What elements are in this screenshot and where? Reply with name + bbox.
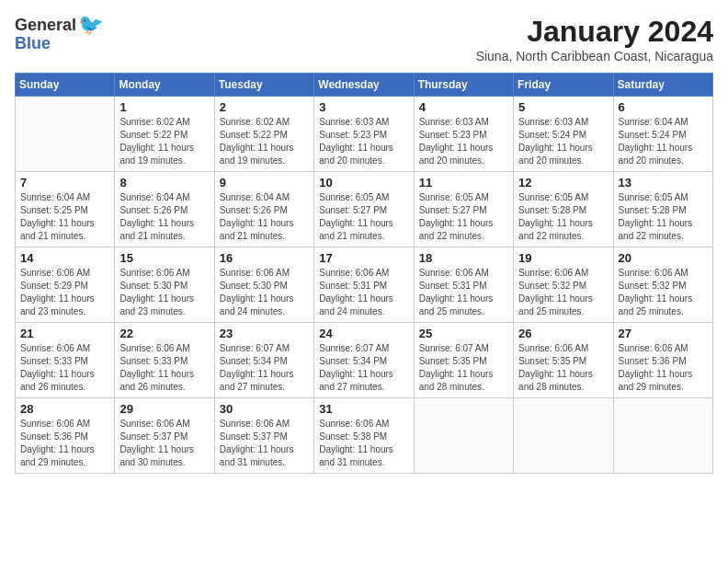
day-info: Sunrise: 6:02 AM Sunset: 5:22 PM Dayligh… bbox=[220, 116, 309, 167]
calendar-cell: 10Sunrise: 6:05 AM Sunset: 5:27 PM Dayli… bbox=[314, 172, 414, 247]
calendar-cell bbox=[514, 398, 613, 474]
day-number: 11 bbox=[419, 176, 508, 190]
day-number: 26 bbox=[518, 327, 608, 340]
day-number: 24 bbox=[319, 327, 408, 340]
day-number: 31 bbox=[319, 402, 408, 416]
day-info: Sunrise: 6:06 AM Sunset: 5:29 PM Dayligh… bbox=[20, 267, 109, 318]
calendar-cell: 17Sunrise: 6:06 AM Sunset: 5:31 PM Dayli… bbox=[314, 247, 414, 323]
day-info: Sunrise: 6:04 AM Sunset: 5:25 PM Dayligh… bbox=[20, 191, 109, 243]
calendar-title: January 2024 bbox=[476, 15, 713, 49]
day-number: 9 bbox=[220, 176, 309, 190]
weekday-header-friday: Friday bbox=[514, 74, 613, 97]
calendar-cell: 8Sunrise: 6:04 AM Sunset: 5:26 PM Daylig… bbox=[115, 172, 214, 247]
day-info: Sunrise: 6:04 AM Sunset: 5:24 PM Dayligh… bbox=[619, 116, 708, 167]
calendar-cell bbox=[16, 97, 115, 172]
day-number: 25 bbox=[419, 327, 508, 340]
day-info: Sunrise: 6:02 AM Sunset: 5:22 PM Dayligh… bbox=[119, 116, 209, 167]
logo-general-text: General bbox=[15, 17, 76, 33]
day-info: Sunrise: 6:06 AM Sunset: 5:35 PM Dayligh… bbox=[518, 342, 608, 394]
day-info: Sunrise: 6:05 AM Sunset: 5:28 PM Dayligh… bbox=[619, 191, 708, 243]
day-info: Sunrise: 6:06 AM Sunset: 5:36 PM Dayligh… bbox=[20, 418, 109, 469]
day-number: 28 bbox=[20, 402, 109, 416]
weekday-header-sunday: Sunday bbox=[16, 74, 115, 97]
calendar-cell: 16Sunrise: 6:06 AM Sunset: 5:30 PM Dayli… bbox=[214, 247, 313, 323]
weekday-header-thursday: Thursday bbox=[414, 74, 513, 97]
calendar-week-row: 14Sunrise: 6:06 AM Sunset: 5:29 PM Dayli… bbox=[16, 247, 713, 323]
calendar-cell: 29Sunrise: 6:06 AM Sunset: 5:37 PM Dayli… bbox=[115, 398, 214, 474]
calendar-week-row: 7Sunrise: 6:04 AM Sunset: 5:25 PM Daylig… bbox=[16, 172, 713, 247]
calendar-week-row: 1Sunrise: 6:02 AM Sunset: 5:22 PM Daylig… bbox=[16, 97, 713, 172]
day-info: Sunrise: 6:06 AM Sunset: 5:31 PM Dayligh… bbox=[419, 267, 508, 318]
calendar-location: Siuna, North Caribbean Coast, Nicaragua bbox=[476, 49, 713, 63]
calendar-cell: 2Sunrise: 6:02 AM Sunset: 5:22 PM Daylig… bbox=[214, 97, 313, 172]
day-info: Sunrise: 6:03 AM Sunset: 5:24 PM Dayligh… bbox=[518, 116, 608, 167]
day-info: Sunrise: 6:03 AM Sunset: 5:23 PM Dayligh… bbox=[419, 116, 508, 167]
calendar-cell: 4Sunrise: 6:03 AM Sunset: 5:23 PM Daylig… bbox=[414, 97, 513, 172]
calendar-week-row: 21Sunrise: 6:06 AM Sunset: 5:33 PM Dayli… bbox=[16, 323, 713, 398]
logo: General 🐦 Blue bbox=[15, 15, 103, 52]
day-number: 20 bbox=[619, 251, 708, 265]
calendar-cell: 24Sunrise: 6:07 AM Sunset: 5:34 PM Dayli… bbox=[314, 323, 414, 398]
weekday-header-row: SundayMondayTuesdayWednesdayThursdayFrid… bbox=[16, 74, 713, 97]
day-info: Sunrise: 6:04 AM Sunset: 5:26 PM Dayligh… bbox=[220, 191, 309, 243]
weekday-header-tuesday: Tuesday bbox=[214, 74, 313, 97]
calendar-cell: 28Sunrise: 6:06 AM Sunset: 5:36 PM Dayli… bbox=[16, 398, 115, 474]
calendar-table: SundayMondayTuesdayWednesdayThursdayFrid… bbox=[15, 73, 713, 474]
day-info: Sunrise: 6:03 AM Sunset: 5:23 PM Dayligh… bbox=[319, 116, 408, 167]
day-info: Sunrise: 6:05 AM Sunset: 5:27 PM Dayligh… bbox=[319, 191, 408, 243]
day-info: Sunrise: 6:05 AM Sunset: 5:28 PM Dayligh… bbox=[518, 191, 608, 243]
day-info: Sunrise: 6:06 AM Sunset: 5:37 PM Dayligh… bbox=[119, 418, 209, 469]
calendar-cell: 9Sunrise: 6:04 AM Sunset: 5:26 PM Daylig… bbox=[214, 172, 313, 247]
day-info: Sunrise: 6:05 AM Sunset: 5:27 PM Dayligh… bbox=[419, 191, 508, 243]
day-info: Sunrise: 6:07 AM Sunset: 5:34 PM Dayligh… bbox=[319, 342, 408, 394]
calendar-cell: 21Sunrise: 6:06 AM Sunset: 5:33 PM Dayli… bbox=[16, 323, 115, 398]
calendar-cell: 6Sunrise: 6:04 AM Sunset: 5:24 PM Daylig… bbox=[613, 97, 712, 172]
day-number: 1 bbox=[119, 100, 209, 114]
calendar-cell: 22Sunrise: 6:06 AM Sunset: 5:33 PM Dayli… bbox=[115, 323, 214, 398]
day-number: 6 bbox=[619, 100, 708, 114]
day-info: Sunrise: 6:06 AM Sunset: 5:38 PM Dayligh… bbox=[319, 418, 408, 469]
day-number: 19 bbox=[518, 251, 608, 265]
day-info: Sunrise: 6:06 AM Sunset: 5:32 PM Dayligh… bbox=[619, 267, 708, 318]
calendar-cell: 31Sunrise: 6:06 AM Sunset: 5:38 PM Dayli… bbox=[314, 398, 414, 474]
calendar-cell bbox=[414, 398, 513, 474]
day-number: 7 bbox=[20, 176, 109, 190]
calendar-cell: 25Sunrise: 6:07 AM Sunset: 5:35 PM Dayli… bbox=[414, 323, 513, 398]
day-info: Sunrise: 6:07 AM Sunset: 5:35 PM Dayligh… bbox=[419, 342, 508, 394]
day-number: 17 bbox=[319, 251, 408, 265]
logo-blue-text: Blue bbox=[15, 34, 51, 52]
day-info: Sunrise: 6:06 AM Sunset: 5:36 PM Dayligh… bbox=[619, 342, 708, 394]
day-number: 27 bbox=[619, 327, 708, 340]
calendar-cell: 20Sunrise: 6:06 AM Sunset: 5:32 PM Dayli… bbox=[613, 247, 712, 323]
calendar-cell: 7Sunrise: 6:04 AM Sunset: 5:25 PM Daylig… bbox=[16, 172, 115, 247]
day-number: 18 bbox=[419, 251, 508, 265]
day-number: 12 bbox=[518, 176, 608, 190]
day-number: 21 bbox=[20, 327, 109, 340]
logo-bird-icon: 🐦 bbox=[78, 15, 103, 35]
day-number: 2 bbox=[220, 100, 309, 114]
title-block: January 2024 Siuna, North Caribbean Coas… bbox=[476, 15, 713, 63]
day-number: 13 bbox=[619, 176, 708, 190]
day-info: Sunrise: 6:06 AM Sunset: 5:31 PM Dayligh… bbox=[319, 267, 408, 318]
calendar-cell: 5Sunrise: 6:03 AM Sunset: 5:24 PM Daylig… bbox=[514, 97, 613, 172]
day-info: Sunrise: 6:06 AM Sunset: 5:30 PM Dayligh… bbox=[119, 267, 209, 318]
day-number: 10 bbox=[319, 176, 408, 190]
day-info: Sunrise: 6:06 AM Sunset: 5:32 PM Dayligh… bbox=[518, 267, 608, 318]
weekday-header-wednesday: Wednesday bbox=[314, 74, 414, 97]
page-header: General 🐦 Blue January 2024 Siuna, North… bbox=[15, 15, 713, 63]
day-info: Sunrise: 6:06 AM Sunset: 5:30 PM Dayligh… bbox=[220, 267, 309, 318]
day-number: 8 bbox=[119, 176, 209, 190]
calendar-week-row: 28Sunrise: 6:06 AM Sunset: 5:36 PM Dayli… bbox=[16, 398, 713, 474]
day-number: 29 bbox=[119, 402, 209, 416]
day-number: 15 bbox=[119, 251, 209, 265]
day-info: Sunrise: 6:06 AM Sunset: 5:33 PM Dayligh… bbox=[20, 342, 109, 394]
day-info: Sunrise: 6:04 AM Sunset: 5:26 PM Dayligh… bbox=[119, 191, 209, 243]
calendar-cell: 27Sunrise: 6:06 AM Sunset: 5:36 PM Dayli… bbox=[613, 323, 712, 398]
day-number: 5 bbox=[518, 100, 608, 114]
calendar-cell: 13Sunrise: 6:05 AM Sunset: 5:28 PM Dayli… bbox=[613, 172, 712, 247]
calendar-cell: 3Sunrise: 6:03 AM Sunset: 5:23 PM Daylig… bbox=[314, 97, 414, 172]
calendar-cell: 18Sunrise: 6:06 AM Sunset: 5:31 PM Dayli… bbox=[414, 247, 513, 323]
weekday-header-monday: Monday bbox=[115, 74, 214, 97]
calendar-cell: 23Sunrise: 6:07 AM Sunset: 5:34 PM Dayli… bbox=[214, 323, 313, 398]
calendar-cell: 14Sunrise: 6:06 AM Sunset: 5:29 PM Dayli… bbox=[16, 247, 115, 323]
